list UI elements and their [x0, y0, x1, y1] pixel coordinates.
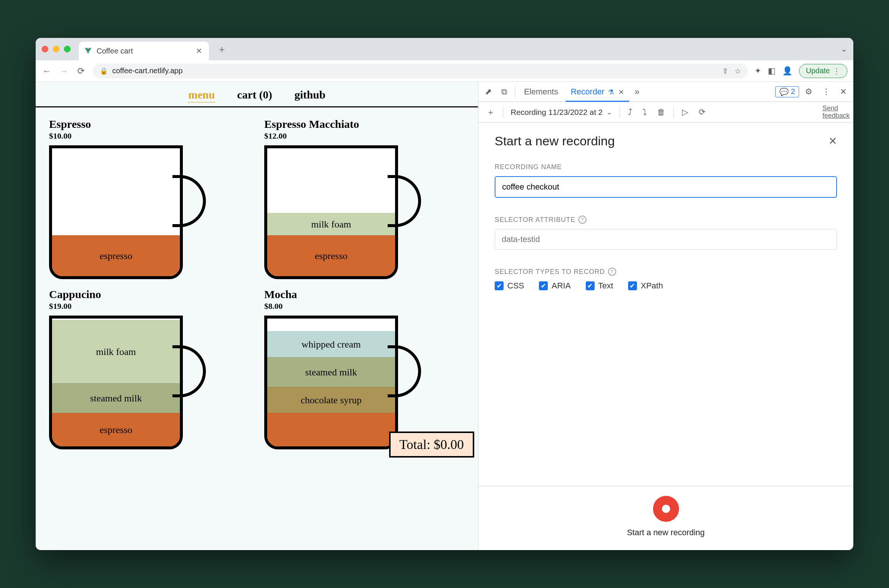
nav-github[interactable]: github	[294, 88, 325, 103]
issues-icon: 💬	[780, 87, 789, 96]
recorder-toolbar: ＋ Recording 11/23/2022 at 2 ⌄ ⤴ ⤵ 🗑 ▷ ⟳ …	[478, 102, 853, 123]
omnibox[interactable]: 🔒 coffee-cart.netlify.app ⇪ ☆	[93, 63, 748, 78]
bookmark-icon[interactable]: ☆	[735, 66, 741, 75]
export-icon[interactable]: ⤴	[624, 107, 637, 117]
sidepanel-icon[interactable]: ◧	[768, 66, 776, 76]
replay-icon[interactable]: ▷	[678, 107, 693, 117]
content-area: menu cart (0) github Espresso$10.00espre…	[36, 82, 853, 550]
product-price: $8.00	[264, 302, 465, 311]
minimize-window-button[interactable]	[53, 46, 60, 52]
extensions-icon[interactable]: ✦	[754, 66, 761, 76]
selector-types-row: ✔CSS ✔ARIA ✔Text ✔XPath	[495, 281, 837, 291]
send-feedback-link[interactable]: Sendfeedback	[823, 105, 850, 120]
close-panel-tab-icon[interactable]: ✕	[618, 88, 624, 96]
recorder-body: Start a new recording ✕ RECORDING NAME S…	[478, 123, 853, 486]
help-icon[interactable]: ?	[578, 216, 586, 224]
delete-icon[interactable]: 🗑	[653, 107, 670, 117]
tabs-menu-icon[interactable]: ⌄	[841, 44, 847, 54]
help-icon[interactable]: ?	[608, 268, 616, 276]
selector-attribute-input[interactable]	[495, 229, 837, 250]
cup-layer: steamed milk	[52, 383, 180, 413]
product-name: Cappucino	[49, 288, 249, 301]
tab-recorder[interactable]: Recorder ⚗ ✕	[566, 82, 630, 102]
cup: whipped creamsteamed milkchocolate syrup	[264, 315, 428, 449]
cup-layer: espresso	[52, 235, 180, 276]
recording-selector[interactable]: Recording 11/23/2022 at 2 ⌄	[507, 108, 616, 117]
cup-handle	[172, 175, 206, 227]
forward-button[interactable]: →	[59, 66, 69, 76]
product-card[interactable]: Espresso$10.00espresso	[49, 118, 249, 279]
nav-cart[interactable]: cart (0)	[237, 88, 272, 103]
browser-tab[interactable]: Coffee cart ✕	[79, 42, 209, 60]
cart-total-badge[interactable]: Total: $0.00	[389, 432, 474, 458]
checkbox-xpath[interactable]: ✔XPath	[628, 281, 663, 291]
product-card[interactable]: Cappucino$19.00milk foamsteamed milkespr…	[49, 288, 249, 449]
checkbox-css[interactable]: ✔CSS	[495, 281, 524, 291]
checkbox-aria[interactable]: ✔ARIA	[539, 281, 571, 291]
cup-layer: whipped cream	[267, 331, 395, 357]
cup-handle	[172, 345, 206, 398]
close-devtools-icon[interactable]: ✕	[836, 87, 850, 97]
cup-handle	[388, 175, 421, 227]
cup-layer: milk foam	[52, 320, 180, 383]
import-icon[interactable]: ⤵	[638, 107, 651, 117]
cup-layer: steamed milk	[267, 357, 395, 387]
issues-badge[interactable]: 💬 2	[775, 86, 799, 98]
cup: espresso	[49, 146, 213, 279]
chevron-down-icon: ⌄	[607, 108, 612, 116]
product-card[interactable]: Espresso Macchiato$12.00milk foamespress…	[264, 118, 465, 279]
cup-layer	[267, 413, 395, 446]
devtools-panel: ⬈ ⧉ Elements Recorder ⚗ ✕ » 💬 2 ⚙ ⋮ ✕	[478, 82, 853, 550]
maximize-window-button[interactable]	[64, 46, 70, 52]
devtools-menu-icon[interactable]: ⋮	[819, 87, 834, 97]
product-price: $12.00	[264, 131, 465, 141]
close-form-icon[interactable]: ✕	[828, 135, 837, 147]
page-nav: menu cart (0) github	[36, 82, 478, 107]
start-recording-caption: Start a new recording	[627, 528, 705, 537]
close-tab-icon[interactable]: ✕	[196, 46, 202, 56]
product-price: $10.00	[49, 131, 249, 141]
tabs-overflow-icon[interactable]: »	[631, 87, 642, 97]
selector-attribute-label: SELECTOR ATTRIBUTE ?	[495, 216, 837, 224]
update-button[interactable]: Update ⋮	[799, 64, 848, 78]
selector-types-label: SELECTOR TYPES TO RECORD ?	[495, 268, 837, 276]
product-name: Mocha	[264, 288, 465, 301]
panel-heading: Start a new recording	[495, 134, 615, 148]
titlebar: Coffee cart ✕ ＋ ⌄	[36, 38, 853, 60]
window-controls	[42, 46, 70, 52]
inspect-icon[interactable]: ⬈	[481, 85, 495, 99]
cup-layer: chocolate syrup	[267, 387, 395, 413]
tab-elements[interactable]: Elements	[519, 82, 564, 102]
product-card[interactable]: Mocha$8.00whipped creamsteamed milkchoco…	[264, 288, 465, 449]
devtools-tabbar: ⬈ ⧉ Elements Recorder ⚗ ✕ » 💬 2 ⚙ ⋮ ✕	[478, 82, 853, 102]
start-recording-button[interactable]	[653, 496, 679, 522]
kebab-icon: ⋮	[833, 66, 840, 75]
lock-icon: 🔒	[100, 67, 108, 75]
back-button[interactable]: ←	[42, 66, 52, 76]
recorder-footer: Start a new recording	[478, 486, 853, 550]
browser-window: Coffee cart ✕ ＋ ⌄ ← → ⟳ 🔒 coffee-cart.ne…	[36, 38, 853, 550]
product-price: $19.00	[49, 302, 249, 311]
share-icon[interactable]: ⇪	[722, 66, 729, 75]
product-name: Espresso Macchiato	[264, 118, 465, 130]
reload-button[interactable]: ⟳	[76, 66, 86, 76]
device-toggle-icon[interactable]: ⧉	[498, 85, 511, 99]
cup-layer: milk foam	[267, 213, 395, 235]
profile-icon[interactable]: 👤	[783, 66, 792, 76]
product-name: Espresso	[49, 118, 249, 130]
close-window-button[interactable]	[42, 46, 48, 52]
cup-layer: espresso	[52, 413, 180, 446]
recording-name-label: RECORDING NAME	[495, 163, 837, 171]
product-grid: Espresso$10.00espressoEspresso Macchiato…	[36, 107, 478, 460]
nav-menu[interactable]: menu	[188, 88, 215, 103]
webpage: menu cart (0) github Espresso$10.00espre…	[36, 82, 478, 550]
checkbox-text[interactable]: ✔Text	[586, 281, 613, 291]
performance-icon[interactable]: ⟳	[694, 107, 710, 117]
address-bar: ← → ⟳ 🔒 coffee-cart.netlify.app ⇪ ☆ ✦ ◧ …	[36, 60, 853, 82]
cup-handle	[388, 345, 421, 398]
new-tab-button[interactable]: ＋	[213, 43, 231, 56]
settings-icon[interactable]: ⚙	[801, 87, 816, 97]
new-recording-icon[interactable]: ＋	[482, 106, 499, 118]
cup: milk foamsteamed milkespresso	[49, 315, 213, 449]
recording-name-input[interactable]	[495, 176, 837, 198]
